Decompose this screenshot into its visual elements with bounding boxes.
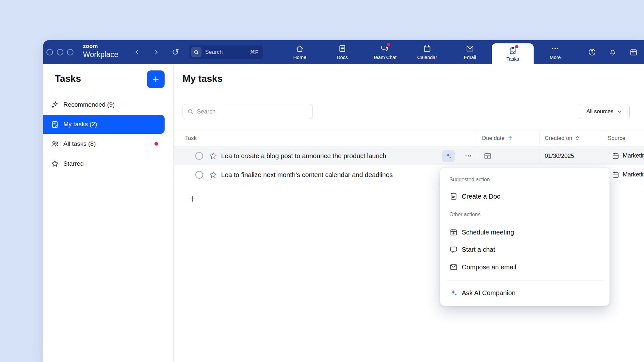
brand-product-text: Workplace — [83, 51, 118, 58]
plus-icon — [152, 75, 160, 83]
sidebar-item-recommended[interactable]: Recommended (9) — [43, 95, 165, 114]
nav-calendar[interactable]: Calendar — [407, 40, 447, 64]
column-source[interactable]: Source — [608, 130, 625, 146]
nav-forward-button[interactable] — [149, 40, 163, 64]
chevron-left-icon — [134, 49, 141, 56]
nav-team-chat[interactable]: Team Chat — [364, 40, 405, 64]
history-icon: ↺ — [172, 47, 179, 57]
menu-divider — [447, 280, 603, 280]
global-search[interactable]: Search ⌘F — [189, 45, 263, 59]
tasks-notification-dot — [515, 45, 518, 48]
nav-more[interactable]: More — [535, 40, 575, 64]
menu-item-ask-ai-companion[interactable]: Ask AI Companion — [445, 286, 605, 300]
add-task-inline-button[interactable] — [188, 195, 197, 203]
global-search-shortcut: ⌘F — [250, 49, 258, 55]
sort-toggle-icon[interactable] — [574, 135, 580, 141]
sparkles-icon — [51, 100, 59, 109]
nav-back-button[interactable] — [130, 40, 144, 64]
plus-icon — [188, 195, 197, 203]
task-search-field[interactable] — [183, 104, 313, 119]
team-chat-icon — [380, 44, 389, 53]
window-control-1[interactable] — [46, 49, 53, 55]
ai-sparkle-icon — [444, 152, 452, 160]
calendar-tray-button[interactable] — [626, 40, 641, 64]
column-task: Task — [185, 130, 197, 146]
tasks-sidebar: Tasks Recommended (9) My tasks (2) All t… — [43, 64, 174, 362]
add-task-button[interactable] — [147, 70, 165, 88]
sidebar-title: Tasks — [55, 73, 81, 84]
table-header: Task Due date Created on Source — [174, 130, 644, 146]
other-actions-heading: Other actions — [449, 212, 480, 218]
notifications-button[interactable] — [605, 40, 620, 64]
tasks-icon — [508, 46, 517, 55]
sources-filter-dropdown[interactable]: All sources — [579, 104, 630, 119]
brand-logo: zoom Workplace — [83, 43, 118, 58]
column-created-on[interactable]: Created on — [545, 130, 580, 146]
source-cell: Marketing — [612, 152, 644, 160]
source-value: Marketing — [623, 152, 644, 159]
task-complete-radio[interactable] — [195, 171, 203, 179]
people-icon — [51, 140, 59, 148]
more-icon — [551, 44, 559, 53]
created-on-value: 01/30/2025 — [545, 152, 574, 159]
menu-item-schedule-meeting[interactable]: Schedule meeting — [445, 225, 605, 239]
help-icon — [588, 48, 596, 56]
sidebar-item-my-tasks[interactable]: My tasks (2) — [43, 115, 165, 134]
top-bar: zoom Workplace ↺ Search ⌘F Home — [43, 40, 644, 64]
sources-filter-label: All sources — [586, 108, 613, 115]
task-row-1[interactable]: Lea to create a blog post to announce th… — [174, 146, 644, 165]
window-control-3[interactable] — [67, 49, 73, 55]
menu-item-start-chat[interactable]: Start a chat — [445, 242, 605, 257]
star-icon — [51, 159, 59, 168]
sidebar-item-starred[interactable]: Starred — [43, 154, 165, 173]
source-calendar-icon — [612, 152, 620, 160]
my-tasks-panel: My tasks All sources Task Due date Creat… — [174, 64, 644, 362]
brand-zoom-text: zoom — [83, 43, 118, 49]
menu-item-create-doc[interactable]: Create a Doc — [445, 189, 605, 204]
calendar-icon — [423, 44, 431, 53]
task-title: Lea to finalize next month’s content cal… — [221, 171, 393, 178]
app-window: zoom Workplace ↺ Search ⌘F Home — [43, 40, 644, 362]
add-due-date-button[interactable] — [483, 152, 492, 160]
menu-item-compose-email[interactable]: Compose an email — [445, 260, 605, 274]
star-icon[interactable] — [209, 152, 217, 160]
task-complete-radio[interactable] — [195, 152, 203, 160]
my-tasks-icon — [51, 120, 59, 128]
all-tasks-notification-dot — [154, 142, 158, 146]
task-title: Lea to create a blog post to announce th… — [221, 152, 386, 159]
chevron-right-icon — [153, 49, 160, 56]
ai-companion-actions-button[interactable] — [442, 150, 455, 162]
calendar-tray-icon — [629, 48, 638, 56]
docs-icon — [338, 44, 346, 53]
help-button[interactable] — [585, 40, 599, 64]
bell-icon — [608, 48, 617, 56]
task-search-input[interactable] — [197, 108, 312, 115]
nav-docs[interactable]: Docs — [322, 40, 362, 64]
row-more-button[interactable] — [462, 150, 474, 162]
nav-home[interactable]: Home — [280, 40, 320, 64]
nav-tasks-active-tab[interactable]: Tasks — [492, 43, 534, 64]
email-icon — [466, 44, 474, 53]
ai-actions-menu: Suggested action Create a Doc Other acti… — [440, 167, 610, 306]
nav-email[interactable]: Email — [450, 40, 490, 64]
ellipsis-icon — [464, 152, 472, 160]
sort-ascending-icon[interactable] — [507, 135, 513, 142]
chat-bubble-icon — [449, 245, 458, 254]
home-icon — [296, 44, 304, 53]
suggested-action-heading: Suggested action — [449, 177, 490, 183]
source-value: Marketing — [623, 171, 644, 178]
source-cell: Marketing — [612, 171, 644, 179]
column-due-date[interactable]: Due date — [482, 130, 513, 146]
sidebar-item-all-tasks[interactable]: All tasks (8) — [43, 134, 165, 153]
search-icon — [193, 49, 199, 55]
star-icon[interactable] — [209, 171, 217, 179]
chevron-down-icon — [617, 109, 622, 114]
page-title: My tasks — [183, 73, 223, 84]
team-chat-notification-dot — [387, 43, 390, 46]
search-icon — [187, 108, 194, 115]
source-calendar-icon — [612, 171, 620, 179]
email-icon — [449, 263, 458, 271]
window-control-2[interactable] — [57, 49, 63, 55]
global-search-placeholder: Search — [205, 49, 250, 55]
history-button[interactable]: ↺ — [168, 40, 183, 64]
